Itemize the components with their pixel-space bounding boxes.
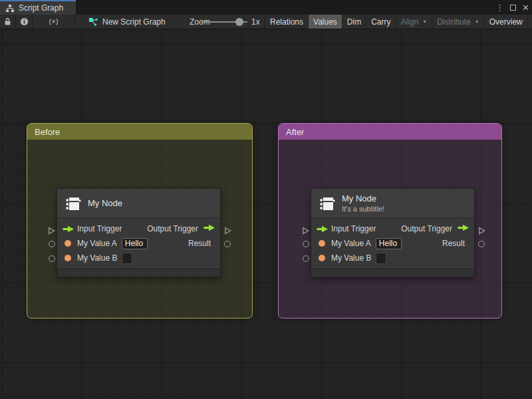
value-b-label: My Value B [331,253,371,263]
node-header[interactable]: My Node It's a subtitle! [311,189,474,218]
external-result-port[interactable] [478,241,485,247]
external-input-trigger-port[interactable] [48,225,55,237]
dim-label: Dim [347,17,361,27]
values-button[interactable]: Values [308,15,342,29]
value-b-port-icon[interactable] [315,255,329,261]
zoom-slider[interactable] [201,21,247,23]
code-icon: ⟨×⟩ [49,17,59,26]
chevron-down-icon: ▼ [475,19,479,24]
port-row-value-b: My Value B [311,251,474,265]
new-script-graph-button[interactable]: New Script Graph [75,15,166,29]
window-menu-icon[interactable]: ⋮ [495,3,504,13]
overview-label: Overview [489,17,523,27]
new-script-graph-label: New Script Graph [102,17,166,27]
external-result-port[interactable] [224,241,231,247]
node-footer [57,269,220,277]
external-value-b-port[interactable] [303,255,309,262]
output-trigger-port-icon[interactable] [203,224,215,233]
group-after-label: After [286,127,304,137]
node-footer [311,269,474,277]
input-trigger-label: Input Trigger [331,224,376,233]
value-b-input[interactable] [376,253,386,264]
output-trigger-label: Output Trigger [147,224,198,233]
port-row-value-a: My Value A Hello Result [311,236,474,251]
group-after-header[interactable]: After [279,124,501,140]
node-header[interactable]: My Node [57,189,220,218]
port-row-value-a: My Value A Hello Result [57,236,220,251]
value-b-label: My Value B [77,253,117,263]
node-subtitle: It's a subtitle! [342,205,384,213]
align-dropdown[interactable]: Align ▼ [396,15,432,29]
chevron-down-icon: ▼ [422,19,427,24]
dim-button[interactable]: Dim [342,15,366,29]
align-label: Align [401,17,419,27]
output-trigger-label: Output Trigger [401,224,452,233]
tab-script-graph[interactable]: Script Graph [0,0,76,15]
external-value-a-port[interactable] [49,241,55,247]
values-label: Values [313,17,337,27]
node-body: Input Trigger Output Trigger My Value A … [57,218,220,265]
external-value-a-port[interactable] [303,241,309,247]
node-my-node-after[interactable]: My Node It's a subtitle! Input Trigger O… [311,188,475,277]
info-button[interactable] [16,15,33,29]
unit-node-icon [319,195,336,212]
port-row-value-b: My Value B [57,251,220,265]
value-b-port-icon[interactable] [61,255,74,261]
carry-button[interactable]: Carry [366,15,395,29]
node-body: Input Trigger Output Trigger My Value A … [311,218,474,265]
maximize-icon[interactable] [510,5,516,11]
input-trigger-port-icon[interactable] [61,225,74,233]
graph-tab-icon [5,4,15,13]
graph-node-icon [88,17,98,27]
value-a-input[interactable]: Hello [122,238,148,249]
lock-icon [4,17,11,26]
overview-button[interactable]: Overview [484,15,527,29]
port-row-trigger: Input Trigger Output Trigger [57,221,220,236]
relations-label: Relations [270,17,303,27]
output-trigger-port-icon[interactable] [457,224,469,233]
external-input-trigger-port[interactable] [302,225,309,237]
distribute-label: Distribute [437,17,471,27]
value-a-input[interactable]: Hello [376,238,402,249]
port-row-trigger: Input Trigger Output Trigger [311,221,474,236]
info-icon [20,17,29,26]
result-label: Result [188,239,211,248]
edit-code-button[interactable]: ⟨×⟩ [33,15,75,29]
value-a-label: My Value A [77,239,117,248]
script-graph-window: Script Graph ⋮ ✕ ⟨×⟩ [0,0,532,399]
graph-canvas[interactable]: Before After My Node [0,29,532,399]
node-title: My Node [342,194,384,203]
value-a-label: My Value A [331,239,371,248]
relations-button[interactable]: Relations [265,15,308,29]
zoom-slider-handle[interactable] [235,18,243,26]
tab-label: Script Graph [19,3,63,13]
external-value-b-port[interactable] [49,255,55,262]
input-trigger-port-icon[interactable] [315,225,329,233]
external-output-trigger-port[interactable] [478,225,485,237]
zoom-value: 1x [251,15,260,29]
distribute-dropdown[interactable]: Distribute ▼ [432,15,484,29]
title-bar: Script Graph ⋮ ✕ [0,0,532,15]
input-trigger-label: Input Trigger [77,224,122,233]
group-before-label: Before [35,127,60,137]
toolbar-toggle-buttons: Relations Values Dim Carry Align ▼ Distr… [265,15,532,29]
graph-toolbar: ⟨×⟩ New Script Graph Zoom 1x Relations V… [0,15,532,29]
value-a-port-icon[interactable] [315,240,329,247]
close-icon[interactable]: ✕ [522,3,529,13]
result-label: Result [442,239,465,248]
external-output-trigger-port[interactable] [224,225,231,237]
node-my-node-before[interactable]: My Node Input Trigger Output Trigger [57,188,221,277]
unit-node-icon [65,195,82,212]
group-before-header[interactable]: Before [27,124,252,140]
value-a-port-icon[interactable] [61,240,74,247]
lock-button[interactable] [0,15,16,29]
node-title: My Node [88,198,122,208]
carry-label: Carry [371,17,390,27]
value-b-input[interactable] [122,253,132,264]
full-screen-button[interactable]: Full Screen [527,15,532,29]
